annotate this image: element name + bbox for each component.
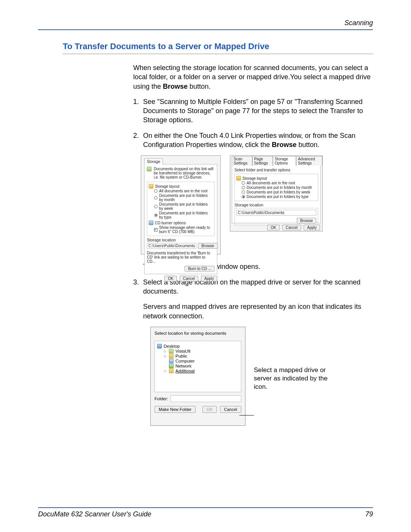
drive-icon (147, 167, 151, 171)
header-rule (38, 29, 373, 30)
radio-month-label-r: Documents are put in folders by month (247, 185, 312, 190)
expander-icon[interactable]: ▷ (164, 349, 167, 353)
browse-for-folder-dialog: Select location for storing documents De… (150, 327, 245, 426)
make-new-folder-button[interactable]: Make New Folder (155, 406, 196, 413)
radio-month[interactable] (154, 196, 158, 200)
network-icon (169, 364, 174, 368)
callout-text: Select a mapped drive or server as indic… (254, 366, 341, 391)
callout-label: Select a mapped drive or server as indic… (254, 366, 328, 390)
tab-storage[interactable]: Storage (144, 158, 163, 165)
callout-line (239, 415, 254, 415)
page-number: 79 (365, 510, 373, 518)
browse-button[interactable]: Browse (198, 243, 217, 249)
radio-week-r[interactable] (242, 190, 245, 194)
radio-type-label-r: Documents are put in folders by type (247, 195, 309, 199)
computer-icon (169, 359, 174, 363)
cd-icon (149, 220, 153, 225)
step-2-text-a: On either the One Touch 4.0 Link Propert… (143, 132, 355, 149)
footer-guide: DocuMate 632 Scanner User's Guide (38, 510, 151, 518)
tree-vistault[interactable]: VistaUlt (175, 349, 190, 353)
folder-tree[interactable]: Desktop ▷VistaUlt ▷Public Computer Netwo… (155, 341, 241, 392)
browse-button-r[interactable]: Browse (297, 218, 316, 224)
ok-button[interactable]: OK (164, 276, 177, 281)
radio-type[interactable] (154, 214, 158, 217)
burn-to-cd-button[interactable]: Burn to CD ... (185, 266, 215, 272)
intro-browse-word: Browse (163, 83, 188, 90)
intro-paragraph: When selecting the storage location for … (133, 63, 377, 91)
checkbox-burn-msg[interactable] (154, 228, 158, 232)
step-1-text: See "Scanning to Multiple Folders" on pa… (143, 97, 377, 125)
tree-network[interactable]: Network (175, 364, 191, 368)
tab-scan-settings[interactable]: Scan Settings (232, 156, 252, 166)
radio-week-label-r: Documents are put in folders by week (247, 190, 310, 194)
step-2-text-c: button. (296, 141, 319, 149)
folder-label: Folder: (155, 396, 168, 401)
storage-layout-label: Storage layout (155, 184, 180, 189)
step-2-number: 2. (133, 131, 143, 150)
tab-advanced-settings[interactable]: Advanced Settings (296, 156, 322, 166)
tree-additional[interactable]: Additional (175, 369, 195, 373)
tree-public[interactable]: Public (175, 354, 187, 358)
user-icon (169, 349, 174, 353)
storage-location-label-r: Storage location (234, 203, 318, 207)
section-title: To Transfer Documents to a Server or Map… (63, 42, 373, 54)
step-3-after: Servers and mapped drives are represente… (143, 302, 377, 321)
radio-month-r[interactable] (242, 186, 245, 189)
select-folder-label: Select folder and transfer options (234, 168, 318, 172)
ok-button-r[interactable]: OK (267, 225, 279, 230)
radio-week[interactable] (154, 205, 158, 208)
header-section: Scanning (38, 19, 373, 29)
folder-icon (169, 369, 174, 373)
radio-month-label: Documents are put in folders by month (159, 193, 213, 202)
radio-root-label: All documents are in the root (159, 189, 207, 193)
scan-config-properties-dialog: Scan Settings Page Settings Storage Opti… (230, 155, 323, 232)
radio-type-r[interactable] (242, 195, 245, 198)
radio-type-label: Documents are put in folders by type (159, 211, 213, 219)
browse-heading: Select location for storing documents (155, 331, 241, 335)
intro-text-c: button. (188, 83, 210, 90)
radio-root-r[interactable] (242, 181, 245, 185)
radio-root[interactable] (154, 189, 158, 193)
step-1: 1. See "Scanning to Multiple Folders" on… (133, 97, 377, 125)
cancel-button[interactable]: Cancel (180, 276, 198, 281)
storage-location-label: Storage location (147, 238, 215, 242)
step-2-browse-word: Browse (272, 141, 296, 149)
cancel-button-r[interactable]: Cancel (282, 225, 301, 230)
radio-root-label-r: All documents are in the root (247, 181, 295, 185)
cancel-button-browse[interactable]: Cancel (220, 406, 241, 413)
folder-input[interactable] (170, 395, 241, 402)
step-2-text: On either the One Touch 4.0 Link Propert… (143, 131, 377, 150)
tab-page-settings[interactable]: Page Settings (252, 156, 273, 166)
radio-week-label: Documents are put in folders by week (159, 202, 213, 211)
step-2: 2. On either the One Touch 4.0 Link Prop… (133, 131, 377, 150)
step-1-number: 1. (133, 97, 143, 125)
tree-desktop[interactable]: Desktop (164, 344, 180, 348)
ok-button-browse[interactable]: OK (202, 406, 217, 413)
folder-icon (169, 354, 174, 358)
burn-waiting-msg: Documents transferred to the 'Burn to CD… (147, 251, 215, 264)
storage-link-properties-dialog: Storage Documents dropped on this link w… (141, 155, 221, 254)
apply-button-r[interactable]: Apply (304, 225, 320, 230)
tree-computer[interactable]: Computer (175, 359, 195, 363)
storage-location-input-r[interactable]: C:\Users\Public\Documents (236, 210, 316, 216)
step-3-number: 3. (133, 278, 143, 296)
cd-burner-label: CD burner options (155, 221, 186, 225)
folder-icon (236, 176, 241, 181)
storage-layout-label-r: Storage layout (242, 176, 267, 181)
expander-icon[interactable]: ▷ (164, 369, 167, 373)
desktop-icon (157, 344, 162, 348)
expander-icon[interactable]: ▷ (164, 354, 167, 358)
apply-button[interactable]: Apply (201, 276, 217, 281)
dlg-desc: Documents dropped on this link will be t… (154, 167, 215, 179)
tab-storage-options[interactable]: Storage Options (273, 156, 296, 166)
checkbox-burn-msg-label: Show message when ready to burn 5" CD (7… (159, 225, 213, 234)
folder-icon (149, 184, 153, 189)
storage-location-input[interactable]: C:\Users\Public\Documents (147, 243, 196, 249)
